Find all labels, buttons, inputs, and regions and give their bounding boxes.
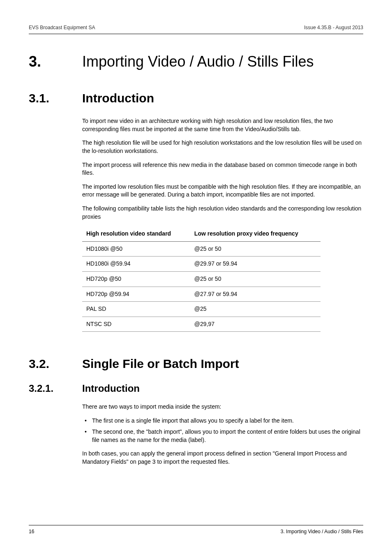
table-row: HD720p @59.94 @27.97 or 59.94 [82,287,321,302]
table-header: Low resolution proxy video frequency [190,227,321,241]
paragraph: The following compatibility table lists … [82,205,363,221]
section-number: 3.1. [29,91,82,106]
page-footer: 16 3. Importing Video / Audio / Stills F… [29,525,363,534]
footer-page-number: 16 [29,529,34,534]
table-row: HD720p @50 @25 or 50 [82,271,321,287]
subsection-number: 3.2.1. [29,383,82,395]
table-header-row: High resolution video standard Low resol… [82,227,321,241]
paragraph: The imported low resolution files must b… [82,183,363,199]
section-heading-3-2: 3.2. Single File or Batch Import [29,356,363,371]
list-item: The first one is a single file import th… [82,417,363,425]
footer-chapter-ref: 3. Importing Video / Audio / Stills File… [281,529,363,534]
table-cell: HD720p @50 [82,271,190,287]
table-row: PAL SD @25 [82,302,321,317]
table-cell: @27.97 or 59.94 [190,287,321,302]
table-cell: @29,97 [190,317,321,332]
table-row: NTSC SD @29,97 [82,317,321,332]
table-header: High resolution video standard [82,227,190,241]
table-cell: PAL SD [82,302,190,317]
table-cell: HD1080i @50 [82,241,190,257]
table-cell: @25 or 50 [190,271,321,287]
chapter-heading: 3. Importing Video / Audio / Stills File… [29,53,363,70]
chapter-title: Importing Video / Audio / Stills Files [82,53,363,70]
table-cell: @29.97 or 59.94 [190,257,321,272]
bullet-list: The first one is a single file import th… [82,417,363,444]
subsection-3-2-1-body: There are two ways to import media insid… [82,403,363,466]
table-cell: @25 [190,302,321,317]
page-header: EVS Broadcast Equipment SA Issue 4.35.B … [29,25,363,34]
header-right: Issue 4.35.B - August 2013 [304,25,363,30]
table-row: HD1080i @50 @25 or 50 [82,241,321,257]
paragraph: The import process will reference this n… [82,161,363,177]
table-row: HD1080i @59.94 @29.97 or 59.94 [82,257,321,272]
table-cell: HD720p @59.94 [82,287,190,302]
section-title: Single File or Batch Import [82,356,363,371]
subsection-title: Introduction [82,383,363,395]
section-heading-3-1: 3.1. Introduction [29,91,363,106]
section-title: Introduction [82,91,363,106]
paragraph: In both cases, you can apply the general… [82,450,363,466]
table-cell: NTSC SD [82,317,190,332]
chapter-number: 3. [29,53,82,70]
list-item: The second one, the "batch import", allo… [82,428,363,444]
subsection-heading-3-2-1: 3.2.1. Introduction [29,383,363,395]
paragraph: There are two ways to import media insid… [82,403,363,411]
section-number: 3.2. [29,356,82,371]
header-left: EVS Broadcast Equipment SA [29,25,95,30]
table-cell: @25 or 50 [190,241,321,257]
table-cell: HD1080i @59.94 [82,257,190,272]
compatibility-table: High resolution video standard Low resol… [82,227,321,332]
paragraph: To import new video in an architecture w… [82,117,363,133]
section-3-1-body: To import new video in an architecture w… [82,117,363,332]
paragraph: The high resolution file will be used fo… [82,139,363,155]
